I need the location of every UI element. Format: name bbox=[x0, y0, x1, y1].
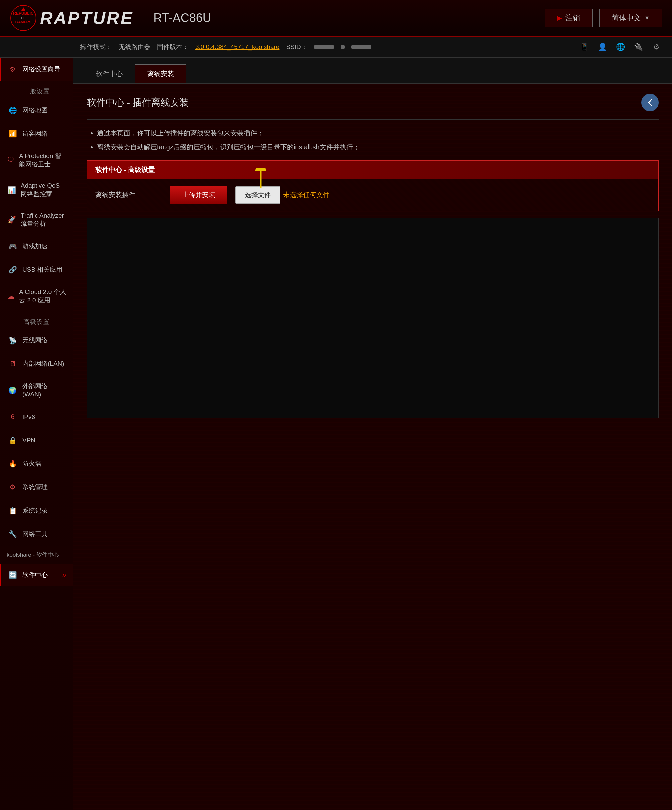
op-mode-label: 操作模式： bbox=[80, 43, 112, 51]
sidebar-item-system-mgmt[interactable]: ⚙ 系统管理 bbox=[0, 476, 73, 499]
sidebar-item-adaptive-qos[interactable]: 📊 Adaptive QoS 网络监控家 bbox=[0, 175, 73, 205]
sidebar-label-game-boost: 游戏加速 bbox=[22, 242, 48, 251]
sidebar-item-ipv6[interactable]: 6 IPv6 bbox=[0, 405, 73, 429]
sidebar-item-wireless[interactable]: 📡 无线网络 bbox=[0, 329, 73, 352]
setup-wizard-icon: ⚙ bbox=[8, 64, 18, 74]
sidebar-label-setup-wizard: 网络设置向导 bbox=[22, 66, 61, 74]
sidebar-item-aiprotection[interactable]: 🛡 AiProtection 智能网络卫士 bbox=[0, 145, 73, 175]
sidebar-item-network-map[interactable]: 🌐 网络地图 bbox=[0, 98, 73, 122]
wan-icon: 🌍 bbox=[8, 385, 18, 395]
main-content: 软件中心 离线安装 软件中心 - 插件离线安装 通过本页面，你可以上传插件的离线… bbox=[73, 58, 672, 810]
sidebar-label-network-map: 网络地图 bbox=[22, 106, 48, 115]
tab-offline-install[interactable]: 离线安装 bbox=[135, 64, 186, 83]
usb-icon: 🔌 bbox=[633, 41, 644, 53]
sidebar-label-usb-apps: USB 相关应用 bbox=[22, 266, 62, 274]
main-layout: ⚙ 网络设置向导 一般设置 🌐 网络地图 📶 访客网络 🛡 AiProtecti… bbox=[0, 58, 672, 810]
sidebar-label-wireless: 无线网络 bbox=[22, 336, 48, 344]
rog-logo-icon: REPUBLIC OF GAMERS bbox=[10, 5, 37, 31]
sidebar-item-lan[interactable]: 🖥 内部网络(LAN) bbox=[0, 352, 73, 376]
sidebar: ⚙ 网络设置向导 一般设置 🌐 网络地图 📶 访客网络 🛡 AiProtecti… bbox=[0, 58, 73, 810]
no-file-text: 未选择任何文件 bbox=[283, 190, 330, 199]
sidebar-item-setup-wizard[interactable]: ⚙ 网络设置向导 bbox=[0, 58, 73, 81]
title-divider bbox=[87, 119, 658, 120]
settings-row-offline: 离线安装插件 上传并安装 选择文件 未选择任何文件 bbox=[87, 179, 658, 211]
general-section-title: 一般设置 bbox=[0, 81, 73, 98]
offline-install-label: 离线安装插件 bbox=[95, 190, 162, 199]
sidebar-label-software-center: 软件中心 bbox=[22, 571, 48, 579]
upload-install-button[interactable]: 上传并安装 bbox=[170, 186, 228, 204]
ssid-bar-1 bbox=[314, 46, 334, 49]
file-chooser-group: 选择文件 未选择任何文件 bbox=[235, 186, 330, 204]
tab-software-center[interactable]: 软件中心 bbox=[83, 64, 135, 83]
device-icon: 📱 bbox=[579, 41, 590, 53]
koolshare-label: koolshare - 软件中心 bbox=[0, 545, 73, 564]
svg-text:REPUBLIC: REPUBLIC bbox=[13, 11, 34, 16]
sidebar-label-system-log: 系统记录 bbox=[22, 506, 48, 515]
software-center-icon: 🔄 bbox=[8, 570, 18, 580]
ssid-bar-2 bbox=[341, 46, 345, 49]
sidebar-label-network-tools: 网络工具 bbox=[22, 530, 48, 538]
gold-arrow-icon bbox=[252, 168, 269, 191]
sidebar-item-aicloud[interactable]: ☁ AiCloud 2.0 个人云 2.0 应用 bbox=[0, 282, 73, 311]
lan-icon: 🖥 bbox=[8, 359, 18, 369]
sidebar-label-ipv6: IPv6 bbox=[22, 413, 35, 421]
sidebar-item-vpn[interactable]: 🔒 VPN bbox=[0, 429, 73, 452]
sidebar-label-system-mgmt: 系统管理 bbox=[22, 483, 48, 491]
svg-marker-4 bbox=[21, 7, 25, 11]
firmware-link[interactable]: 3.0.0.4.384_45717_koolshare bbox=[195, 44, 279, 51]
advanced-panel-title: 软件中心 - 高级设置 bbox=[87, 160, 658, 179]
status-bar: 操作模式： 无线路由器 固件版本： 3.0.0.4.384_45717_kool… bbox=[0, 37, 672, 58]
software-center-arrow-icon: » bbox=[62, 570, 66, 579]
svg-text:GAMERS: GAMERS bbox=[15, 20, 31, 24]
vpn-icon: 🔒 bbox=[8, 435, 18, 446]
sidebar-item-network-tools[interactable]: 🔧 网络工具 bbox=[0, 522, 73, 545]
traffic-analyzer-icon: 🚀 bbox=[8, 215, 16, 225]
sidebar-label-adaptive-qos: Adaptive QoS 网络监控家 bbox=[21, 182, 66, 198]
system-mgmt-icon: ⚙ bbox=[8, 482, 18, 492]
sidebar-item-guest-network[interactable]: 📶 访客网络 bbox=[0, 122, 73, 145]
sidebar-label-guest-network: 访客网络 bbox=[22, 130, 48, 138]
advanced-panel-body: 离线安装插件 上传并安装 选择文件 未选择任何文件 bbox=[87, 179, 658, 211]
advanced-panel: 软件中心 - 高级设置 离线安装插件 上传并安装 选择文件 未选择任何文件 bbox=[87, 160, 658, 211]
firewall-icon: 🔥 bbox=[8, 459, 18, 469]
content-area: 软件中心 - 插件离线安装 通过本页面，你可以上传插件的离线安装包来安装插件； … bbox=[73, 84, 672, 428]
page-title-text: 软件中心 - 插件离线安装 bbox=[87, 96, 189, 109]
aiprotection-icon: 🛡 bbox=[8, 155, 14, 165]
sidebar-item-firewall[interactable]: 🔥 防火墙 bbox=[0, 452, 73, 476]
usb-apps-icon: 🔗 bbox=[8, 265, 18, 275]
logout-button[interactable]: 注销 bbox=[545, 9, 593, 27]
settings-icon: ⚙ bbox=[651, 41, 662, 53]
sidebar-item-game-boost[interactable]: 🎮 游戏加速 bbox=[0, 235, 73, 258]
guest-network-icon: 📶 bbox=[8, 128, 18, 138]
advanced-section-title: 高级设置 bbox=[0, 312, 73, 329]
sidebar-item-system-log[interactable]: 📋 系统记录 bbox=[0, 499, 73, 522]
ssid-bar-3 bbox=[351, 46, 371, 49]
wireless-icon: 📡 bbox=[8, 336, 18, 346]
network-map-icon: 🌐 bbox=[8, 105, 18, 115]
sidebar-item-usb-apps[interactable]: 🔗 USB 相关应用 bbox=[0, 258, 73, 282]
network-tools-icon: 🔧 bbox=[8, 529, 18, 539]
svg-text:OF: OF bbox=[21, 16, 26, 20]
aicloud-icon: ☁ bbox=[8, 292, 14, 302]
status-icons: 📱 👤 🌐 🔌 ⚙ bbox=[579, 41, 662, 53]
logo-area: REPUBLIC OF GAMERS RAPTURE bbox=[10, 5, 133, 31]
sidebar-item-traffic-analyzer[interactable]: 🚀 Traffic Analyzer 流量分析 bbox=[0, 205, 73, 235]
page-title: 软件中心 - 插件离线安装 bbox=[87, 94, 658, 111]
sidebar-label-traffic-analyzer: Traffic Analyzer 流量分析 bbox=[21, 212, 66, 228]
info-item-1: 通过本页面，你可以上传插件的离线安装包来安装插件； bbox=[97, 128, 658, 138]
back-button[interactable] bbox=[641, 94, 658, 111]
firmware-label: 固件版本： bbox=[157, 43, 189, 51]
terminal-output-area bbox=[87, 218, 658, 418]
op-mode-value: 无线路由器 bbox=[118, 43, 150, 51]
sidebar-label-wan: 外部网络(WAN) bbox=[22, 382, 66, 399]
language-button[interactable]: 简体中文 bbox=[599, 9, 662, 27]
tab-bar: 软件中心 离线安装 bbox=[73, 58, 672, 84]
sidebar-item-software-center[interactable]: 🔄 软件中心 » bbox=[0, 564, 73, 586]
model-name: RT-AC86U bbox=[153, 11, 211, 25]
sidebar-bottom: koolshare - 软件中心 🔄 软件中心 » bbox=[0, 545, 73, 586]
sidebar-label-lan: 内部网络(LAN) bbox=[22, 359, 64, 368]
system-log-icon: 📋 bbox=[8, 506, 18, 516]
user-icon: 👤 bbox=[596, 41, 608, 53]
sidebar-item-wan[interactable]: 🌍 外部网络(WAN) bbox=[0, 376, 73, 405]
back-arrow-icon bbox=[645, 98, 655, 107]
